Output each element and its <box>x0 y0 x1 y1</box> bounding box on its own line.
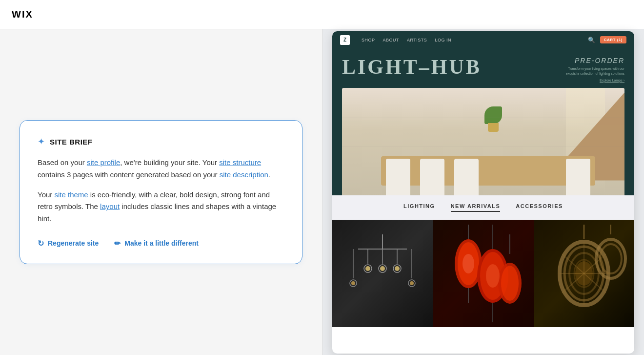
lanterns-svg <box>439 225 527 322</box>
svg-point-43 <box>600 244 622 273</box>
para2-before: Your <box>38 190 54 199</box>
site-products: LIGHTING NEW ARRIVALS ACCESSORIES <box>332 195 634 327</box>
svg-point-29 <box>501 266 519 301</box>
para1-end: . <box>268 170 270 179</box>
hero-preorder: PRE-ORDER Transform your living spaces w… <box>556 57 624 82</box>
hero-overlay-svg <box>342 88 624 195</box>
products-nav-new-arrivals[interactable]: NEW ARRIVALS <box>451 203 501 212</box>
svg-point-18 <box>410 281 414 285</box>
search-icon[interactable]: 🔍 <box>588 37 595 43</box>
svg-point-44 <box>575 261 593 286</box>
hero-image <box>342 88 624 195</box>
product-card-1[interactable] <box>332 220 433 327</box>
card-body: Based on your site profile, we're buildi… <box>38 157 284 225</box>
svg-point-31 <box>486 264 500 288</box>
products-grid <box>332 220 634 327</box>
products-nav: LIGHTING NEW ARRIVALS ACCESSORIES <box>332 203 634 212</box>
nav-link-login[interactable]: LOG IN <box>435 38 451 42</box>
lamp-2-bg <box>433 220 533 327</box>
para1-before: Based on your <box>38 158 87 167</box>
products-nav-accessories[interactable]: ACCESSORIES <box>516 203 563 212</box>
paragraph-2: Your site theme is eco-friendly, with a … <box>38 189 284 225</box>
card-title: SITE BRIEF <box>50 138 93 146</box>
card-actions: ↻ Regenerate site ✏ Make it a little dif… <box>38 239 284 248</box>
site-structure-link[interactable]: site structure <box>219 158 261 167</box>
hero-title: LIGHT–HUB <box>342 57 482 77</box>
regenerate-label: Regenerate site <box>48 239 99 247</box>
site-logo-text: Z <box>343 37 346 42</box>
chandelier-svg <box>339 225 426 322</box>
regenerate-site-button[interactable]: ↻ Regenerate site <box>38 239 99 248</box>
website-preview: Z SHOP ABOUT ARTISTS LOG IN 🔍 CART (1) L… <box>332 31 634 354</box>
site-theme-link[interactable]: site theme <box>54 190 88 199</box>
para1-mid: , we're building your site. Your <box>120 158 219 167</box>
card-header: ✦ SITE BRIEF <box>38 136 284 147</box>
lamp-3-bg <box>534 220 634 327</box>
layout-link[interactable]: layout <box>100 202 120 210</box>
hero-image-bg <box>342 88 624 195</box>
paragraph-1: Based on your site profile, we're buildi… <box>38 157 284 181</box>
lamp-1-bg <box>332 220 433 327</box>
nav-link-about[interactable]: ABOUT <box>383 38 400 42</box>
product-card-2[interactable] <box>433 220 533 327</box>
make-different-button[interactable]: ✏ Make it a little different <box>114 239 199 248</box>
nav-link-artists[interactable]: ARTISTS <box>407 38 427 42</box>
site-brief-card: ✦ SITE BRIEF Based on your site profile,… <box>20 120 302 264</box>
cart-button[interactable]: CART (1) <box>600 36 626 43</box>
svg-point-17 <box>351 281 355 285</box>
site-nav: Z SHOP ABOUT ARTISTS LOG IN 🔍 CART (1) <box>332 31 634 49</box>
para1-after: contains 3 pages with content generated … <box>38 170 220 179</box>
nav-link-shop[interactable]: SHOP <box>362 38 375 42</box>
right-panel: Z SHOP ABOUT ARTISTS LOG IN 🔍 CART (1) L… <box>322 29 644 355</box>
preorder-label: PRE-ORDER <box>556 57 624 64</box>
svg-point-10 <box>365 266 370 271</box>
site-nav-logo: Z <box>340 35 350 45</box>
regenerate-icon: ↻ <box>38 239 44 248</box>
preorder-desc: Transform your living spaces with our ex… <box>556 66 624 77</box>
site-nav-right: 🔍 CART (1) <box>588 36 626 43</box>
top-bar: WIX <box>0 0 644 29</box>
svg-point-11 <box>380 266 385 271</box>
make-different-label: Make it a little different <box>124 239 199 247</box>
site-description-link[interactable]: site description <box>220 170 268 179</box>
site-hero: LIGHT–HUB PRE-ORDER Transform your livin… <box>332 49 634 195</box>
site-nav-links: SHOP ABOUT ARTISTS LOG IN <box>362 38 578 42</box>
spark-icon: ✦ <box>38 136 45 147</box>
products-nav-lighting[interactable]: LIGHTING <box>403 203 435 212</box>
site-profile-link[interactable]: site profile <box>87 158 120 167</box>
rattan-svg <box>540 225 628 322</box>
wix-logo: WIX <box>12 9 33 20</box>
wand-icon: ✏ <box>114 239 121 248</box>
explore-link[interactable]: Explore Lamps › <box>556 79 624 82</box>
hero-text-area: LIGHT–HUB PRE-ORDER Transform your livin… <box>342 57 624 82</box>
left-panel: ✦ SITE BRIEF Based on your site profile,… <box>0 29 322 355</box>
product-card-3[interactable] <box>534 220 634 327</box>
svg-point-12 <box>395 266 400 271</box>
svg-point-30 <box>463 254 474 273</box>
